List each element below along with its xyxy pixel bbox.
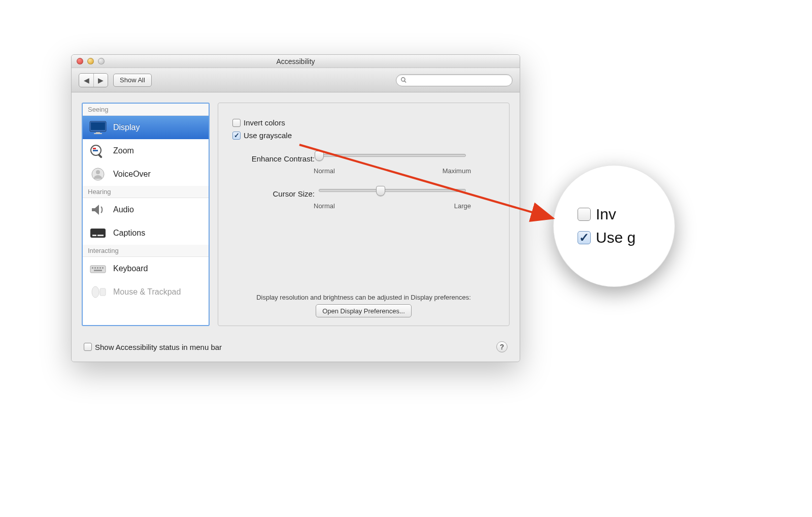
- traffic-lights: [77, 58, 105, 64]
- enhance-contrast-min: Normal: [314, 167, 335, 175]
- svg-rect-18: [102, 267, 104, 269]
- svg-rect-3: [94, 133, 102, 134]
- category-sidebar[interactable]: Seeing Display Zoom VoiceOver Hearing: [82, 103, 210, 326]
- captions-icon: [89, 225, 107, 241]
- sidebar-item-label: Zoom: [113, 146, 134, 155]
- magnifier-invert-checkbox: [578, 208, 591, 221]
- sidebar-item-label: VoiceOver: [113, 170, 151, 179]
- svg-rect-19: [94, 270, 102, 271]
- svg-point-9: [96, 170, 100, 174]
- cursor-size-row: Cursor Size: Normal Large: [232, 189, 495, 210]
- svg-rect-17: [99, 267, 101, 269]
- sidebar-item-mouse-trackpad[interactable]: Mouse & Trackpad: [83, 280, 209, 304]
- magnifier-invert-label: Inv: [596, 206, 616, 223]
- back-button[interactable]: ◀: [79, 74, 93, 87]
- enhance-contrast-scale: Normal Maximum: [314, 167, 471, 175]
- sidebar-item-label: Keyboard: [113, 264, 148, 273]
- magnifier-invert-row: Inv: [578, 206, 675, 223]
- svg-rect-12: [97, 235, 104, 236]
- sidebar-item-keyboard[interactable]: Keyboard: [83, 257, 209, 280]
- magnifier-grayscale-label: Use g: [596, 229, 635, 246]
- magnifier-grayscale-row: Use g: [578, 229, 675, 246]
- svg-rect-10: [90, 229, 106, 238]
- toolbar: ◀ ▶ Show All: [72, 68, 520, 92]
- display-icon: [89, 120, 107, 135]
- sidebar-item-zoom[interactable]: Zoom: [83, 139, 209, 163]
- svg-rect-2: [96, 132, 100, 133]
- enhance-contrast-thumb[interactable]: [315, 151, 324, 161]
- keyboard-icon: [89, 261, 107, 276]
- svg-rect-6: [93, 148, 96, 149]
- enhance-contrast-label: Enhance Contrast:: [232, 154, 319, 163]
- svg-rect-11: [92, 235, 96, 236]
- cursor-size-label: Cursor Size:: [232, 189, 319, 198]
- close-window-button[interactable]: [77, 58, 83, 64]
- accessibility-window: Accessibility ◀ ▶ Show All Seeing Displa…: [71, 54, 520, 362]
- cursor-size-max: Large: [454, 202, 471, 210]
- window-body: Seeing Display Zoom VoiceOver Hearing: [72, 92, 520, 336]
- sidebar-group-interacting: Interacting: [83, 245, 209, 257]
- magnifier-grayscale-checkbox: [578, 231, 591, 244]
- status-menubar-label: Show Accessibility status in menu bar: [95, 343, 222, 351]
- sidebar-item-label: Captions: [113, 229, 145, 238]
- search-field[interactable]: [396, 74, 513, 86]
- enhance-contrast-slider[interactable]: [319, 154, 466, 157]
- show-all-button[interactable]: Show All: [113, 74, 152, 87]
- invert-colors-label: Invert colors: [244, 118, 285, 127]
- help-button[interactable]: ?: [496, 341, 507, 352]
- sidebar-item-label: Display: [113, 123, 140, 132]
- nav-back-forward: ◀ ▶: [79, 73, 108, 87]
- enhance-contrast-row: Enhance Contrast: Normal Maximum: [232, 154, 495, 175]
- svg-rect-13: [90, 266, 106, 273]
- search-icon: [400, 77, 407, 83]
- sidebar-item-label: Mouse & Trackpad: [113, 287, 181, 297]
- invert-colors-checkbox[interactable]: [232, 119, 241, 127]
- status-menubar-checkbox[interactable]: [84, 343, 92, 351]
- cursor-size-scale: Normal Large: [314, 202, 471, 210]
- status-menubar-row: Show Accessibility status in menu bar: [84, 343, 222, 351]
- sidebar-group-hearing: Hearing: [83, 186, 209, 198]
- window-title: Accessibility: [276, 57, 315, 66]
- titlebar: Accessibility: [72, 55, 520, 68]
- hint-text: Display resolution and brightness can be…: [218, 294, 509, 301]
- bottom-bar: Show Accessibility status in menu bar ?: [72, 336, 520, 362]
- zoom-window-button[interactable]: [98, 58, 105, 64]
- invert-colors-row: Invert colors: [232, 118, 495, 127]
- zoom-icon: [89, 143, 107, 158]
- svg-point-20: [92, 286, 99, 298]
- sidebar-item-audio[interactable]: Audio: [83, 198, 209, 221]
- display-settings-panel: Invert colors Use grayscale Enhance Cont…: [218, 103, 510, 326]
- use-grayscale-label: Use grayscale: [244, 131, 292, 140]
- enhance-contrast-max: Maximum: [443, 167, 471, 175]
- audio-icon: [89, 202, 107, 217]
- use-grayscale-row: Use grayscale: [232, 131, 495, 140]
- svg-rect-16: [97, 267, 98, 269]
- mouse-trackpad-icon: [89, 284, 107, 300]
- sidebar-item-voiceover[interactable]: VoiceOver: [83, 163, 209, 186]
- search-input[interactable]: [410, 76, 508, 84]
- cursor-size-thumb[interactable]: [376, 186, 385, 196]
- open-display-preferences-button[interactable]: Open Display Preferences...: [316, 304, 412, 317]
- svg-rect-21: [100, 288, 106, 296]
- sidebar-group-seeing: Seeing: [83, 104, 209, 116]
- svg-rect-1: [91, 122, 105, 130]
- svg-rect-7: [93, 150, 98, 151]
- sidebar-item-display[interactable]: Display: [83, 116, 209, 139]
- cursor-size-slider[interactable]: [319, 189, 466, 192]
- forward-button[interactable]: ▶: [93, 74, 108, 87]
- svg-rect-15: [94, 267, 96, 269]
- svg-rect-14: [92, 267, 93, 269]
- minimize-window-button[interactable]: [87, 58, 94, 64]
- cursor-size-min: Normal: [314, 202, 335, 210]
- magnifier-callout: Inv Use g: [553, 165, 675, 287]
- use-grayscale-checkbox[interactable]: [232, 132, 241, 140]
- svg-rect-5: [97, 153, 103, 158]
- display-prefs-hint: Display resolution and brightness can be…: [218, 294, 509, 317]
- sidebar-item-label: Audio: [113, 205, 134, 214]
- voiceover-icon: [89, 167, 107, 182]
- sidebar-item-captions[interactable]: Captions: [83, 221, 209, 245]
